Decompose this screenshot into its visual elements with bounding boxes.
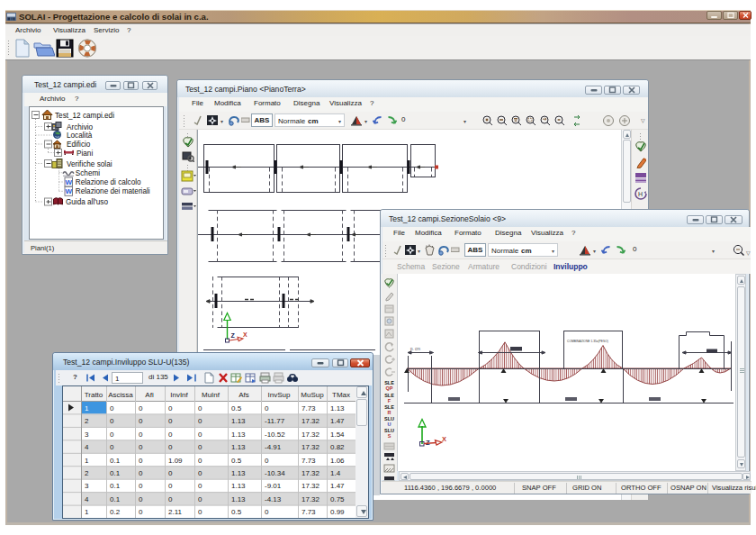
svg-text:H: H <box>638 191 643 197</box>
svg-text:0: 0 <box>110 443 114 451</box>
svg-text:0: 0 <box>139 417 143 425</box>
svg-text:0: 0 <box>198 495 202 503</box>
svg-text:0: 0 <box>198 469 202 477</box>
svg-text:17.32: 17.32 <box>302 495 320 503</box>
svg-text:InvSup: InvSup <box>268 391 291 399</box>
svg-text:7.73: 7.73 <box>302 457 316 465</box>
svg-text:Verifiche solai: Verifiche solai <box>67 160 112 168</box>
svg-text:W: W <box>66 178 73 186</box>
svg-text:0.1: 0.1 <box>110 469 121 477</box>
svg-text:1: 1 <box>85 404 89 413</box>
svg-text:-10.34: -10.34 <box>265 469 285 477</box>
svg-text:0: 0 <box>168 495 173 503</box>
svg-text:0: 0 <box>110 404 114 413</box>
svg-text:Ascissa: Ascissa <box>108 391 133 399</box>
svg-text:Z: Z <box>231 332 236 339</box>
svg-text:0: 0 <box>168 404 173 413</box>
svg-text:1.4: 1.4 <box>330 469 341 477</box>
svg-text:0: 0 <box>168 431 173 439</box>
svg-text:1.13: 1.13 <box>330 404 345 413</box>
svg-text:MuInf: MuInf <box>202 391 220 399</box>
svg-text:0: 0 <box>139 482 143 490</box>
svg-text:1.13: 1.13 <box>231 431 246 439</box>
svg-text:Schemi: Schemi <box>76 169 100 177</box>
svg-text:1: 1 <box>85 457 89 465</box>
svg-text:InvInf: InvInf <box>170 391 188 399</box>
svg-text:p. cm: p. cm <box>410 347 420 351</box>
svg-text:1.13: 1.13 <box>231 417 246 425</box>
svg-text:0: 0 <box>139 469 143 477</box>
svg-text:0: 0 <box>110 417 114 425</box>
svg-text:3: 3 <box>85 431 89 439</box>
svg-text:2: 2 <box>85 469 89 477</box>
svg-text:0.1: 0.1 <box>110 495 121 503</box>
svg-text:0: 0 <box>168 469 173 477</box>
svg-text:0.1: 0.1 <box>110 482 121 490</box>
svg-text:-4.13: -4.13 <box>265 495 282 503</box>
svg-text:W: W <box>66 187 73 195</box>
svg-text:0: 0 <box>265 404 269 413</box>
svg-text:1.54: 1.54 <box>330 431 345 439</box>
svg-text:TMax: TMax <box>332 391 350 399</box>
svg-text:Tratto: Tratto <box>85 391 104 399</box>
svg-text:0: 0 <box>139 495 143 503</box>
svg-text:0: 0 <box>139 443 143 451</box>
svg-text:0: 0 <box>139 457 143 465</box>
svg-text:1.09: 1.09 <box>168 457 183 465</box>
svg-text:COMBINAZIONE 1.35x(PESO): COMBINAZIONE 1.35x(PESO) <box>567 340 608 343</box>
svg-text:1.13: 1.13 <box>231 495 246 503</box>
svg-text:17.32: 17.32 <box>302 443 320 451</box>
svg-text:0: 0 <box>110 431 114 439</box>
svg-text:2.11: 2.11 <box>168 508 183 516</box>
svg-text:0.1: 0.1 <box>110 457 121 465</box>
svg-text:0.5: 0.5 <box>231 404 242 413</box>
svg-text:-9.01: -9.01 <box>265 482 282 490</box>
svg-text:X: X <box>442 435 446 443</box>
svg-text:0: 0 <box>198 508 202 516</box>
svg-text:0.75: 0.75 <box>330 495 345 503</box>
svg-text:Afi: Afi <box>145 391 154 399</box>
svg-text:7.73: 7.73 <box>302 404 316 413</box>
svg-text:Guida all'uso: Guida all'uso <box>66 198 109 206</box>
svg-text:0: 0 <box>198 443 202 451</box>
svg-text:17.32: 17.32 <box>302 417 320 425</box>
svg-text:X: X <box>243 331 248 338</box>
svg-text:0: 0 <box>198 431 202 439</box>
svg-text:3: 3 <box>85 482 89 490</box>
svg-text:0.5: 0.5 <box>231 457 242 465</box>
svg-text:Piani: Piani <box>76 150 93 158</box>
svg-text:17.32: 17.32 <box>302 431 320 439</box>
svg-text:1.06: 1.06 <box>330 457 345 465</box>
svg-text:0: 0 <box>198 457 202 465</box>
svg-text:1.47: 1.47 <box>330 482 345 490</box>
svg-text:0: 0 <box>198 482 202 490</box>
svg-text:1.13: 1.13 <box>231 469 246 477</box>
svg-text:0: 0 <box>265 457 269 465</box>
svg-text:0: 0 <box>198 417 202 425</box>
svg-text:Test_12 campi.edi: Test_12 campi.edi <box>55 112 114 120</box>
svg-text:1.47: 1.47 <box>330 417 345 425</box>
svg-text:-10.52: -10.52 <box>265 431 285 439</box>
svg-text:Relazione dei materiali: Relazione dei materiali <box>76 187 150 195</box>
svg-text:1.13: 1.13 <box>231 443 246 451</box>
svg-text:17.32: 17.32 <box>302 482 320 490</box>
svg-text:4: 4 <box>85 495 89 503</box>
svg-text:0: 0 <box>139 508 143 516</box>
svg-text:1: 1 <box>85 508 89 516</box>
svg-text:2: 2 <box>85 417 89 425</box>
svg-text:0: 0 <box>139 404 143 413</box>
svg-text:0: 0 <box>265 508 269 516</box>
svg-text:7.73: 7.73 <box>302 508 316 516</box>
svg-text:MuSup: MuSup <box>301 391 324 399</box>
svg-text:Afs: Afs <box>238 391 249 399</box>
svg-text:17.32: 17.32 <box>302 469 320 477</box>
svg-text:-4.91: -4.91 <box>265 443 282 451</box>
svg-text:Archivio: Archivio <box>67 123 94 131</box>
svg-text:0.99: 0.99 <box>330 508 345 516</box>
svg-text:0: 0 <box>198 404 202 413</box>
svg-text:0: 0 <box>168 443 173 451</box>
svg-text:Edificio: Edificio <box>67 141 91 149</box>
svg-text:0.82: 0.82 <box>330 443 345 451</box>
svg-text:1.13: 1.13 <box>231 482 246 490</box>
svg-text:0.2: 0.2 <box>110 508 121 516</box>
